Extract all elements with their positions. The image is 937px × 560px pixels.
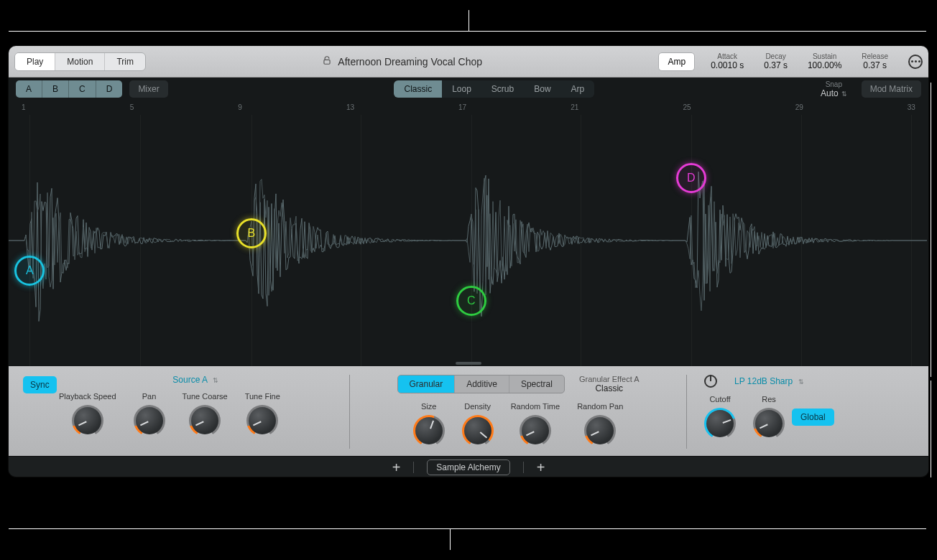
- knob-label: Res: [753, 395, 785, 403]
- knob-pan[interactable]: [134, 405, 165, 437]
- adsr-attack[interactable]: Attack 0.0010 s: [701, 52, 754, 70]
- waveform-svg: [9, 115, 928, 366]
- mode-granular[interactable]: Granular: [398, 375, 456, 393]
- preset-name: Afternoon Dreaming Vocal Chop: [338, 56, 482, 67]
- ruler-tick: 29: [795, 103, 803, 115]
- annotation-line: [9, 528, 926, 529]
- amp-button[interactable]: Amp: [658, 52, 695, 71]
- chevron-updown-icon: ⇅: [213, 377, 218, 384]
- knob-label: Tune Coarse: [183, 392, 228, 401]
- adsr-decay-label: Decay: [764, 52, 788, 60]
- synth-section: Granular Additive Spectral Granular Effe…: [367, 375, 669, 449]
- annotation-line: [931, 381, 931, 477]
- knob-label: Tune Fine: [245, 392, 280, 401]
- add-right-icon[interactable]: +: [537, 460, 545, 475]
- knob-label: Pan: [134, 392, 165, 401]
- mode-classic[interactable]: Classic: [394, 80, 442, 98]
- divider: [349, 375, 350, 449]
- source-a-button[interactable]: A: [16, 80, 42, 98]
- add-left-icon[interactable]: +: [392, 460, 401, 475]
- knob-res[interactable]: [753, 408, 785, 439]
- filter-type-selector[interactable]: LP 12dB Sharp ⇅: [734, 376, 804, 386]
- source-b-button[interactable]: B: [42, 80, 69, 98]
- adsr-release[interactable]: Release 0.37 s: [851, 52, 898, 70]
- annotation-line: [9, 31, 926, 32]
- knob-density[interactable]: [462, 415, 494, 447]
- mixer-button[interactable]: Mixer: [129, 80, 167, 98]
- mode-bow[interactable]: Bow: [524, 80, 560, 98]
- footer-bar: + Sample Alchemy +: [9, 456, 928, 477]
- knob-playback-speed[interactable]: [72, 405, 103, 437]
- ruler-tick: 1: [22, 103, 26, 115]
- knob-cutoff[interactable]: [704, 408, 736, 439]
- annotation-line: [468, 10, 469, 32]
- adsr-decay-value: 0.37 s: [764, 60, 788, 70]
- handle-b[interactable]: B: [236, 218, 267, 248]
- power-icon[interactable]: [704, 375, 717, 388]
- plugin-chip[interactable]: Sample Alchemy: [427, 459, 509, 475]
- knob-tune-coarse[interactable]: [189, 405, 221, 437]
- mode-spectral[interactable]: Spectral: [509, 375, 564, 393]
- source-d-button[interactable]: D: [96, 80, 123, 98]
- mod-matrix-button[interactable]: Mod Matrix: [862, 80, 921, 98]
- ruler-tick: 25: [683, 103, 691, 115]
- divider: [413, 462, 414, 473]
- ruler-tick: 5: [130, 103, 134, 115]
- waveform-display[interactable]: 1 5 9 13 17 21 25 29 33 A B C D: [9, 101, 928, 366]
- timeline-ruler: 1 5 9 13 17 21 25 29 33: [9, 101, 928, 115]
- global-button[interactable]: Global: [792, 409, 834, 426]
- top-bar: Play Motion Trim Afternoon Dreaming Voca…: [9, 46, 928, 78]
- chevron-updown-icon: ⇅: [841, 90, 847, 98]
- adsr-release-value: 0.37 s: [862, 60, 888, 70]
- source-selector[interactable]: Source A ⇅: [59, 375, 332, 385]
- ruler-tick: 33: [908, 103, 915, 115]
- synth-mode-seg: Granular Additive Spectral: [397, 375, 565, 393]
- knob-tune-fine[interactable]: [246, 405, 278, 437]
- sub-toolbar: A B C D Mixer Classic Loop Scrub Bow Arp…: [9, 78, 928, 101]
- filter-section: LP 12dB Sharp ⇅ Cutoff Res Global: [704, 375, 910, 449]
- lock-icon: [322, 55, 332, 67]
- adsr-decay[interactable]: Decay 0.37 s: [754, 52, 798, 70]
- snap-selector[interactable]: Snap Auto⇅: [821, 80, 847, 98]
- view-tabs: Play Motion Trim: [14, 52, 146, 71]
- mode-loop[interactable]: Loop: [442, 80, 481, 98]
- mode-scrub[interactable]: Scrub: [481, 80, 524, 98]
- snap-label: Snap: [821, 80, 847, 88]
- ruler-tick: 17: [458, 103, 466, 115]
- filter-type-label: LP 12dB Sharp: [734, 376, 793, 386]
- source-section: Sync Source A ⇅ Playback Speed Pan Tune …: [59, 375, 332, 449]
- sync-button[interactable]: Sync: [23, 376, 57, 393]
- knob-size[interactable]: [413, 415, 445, 447]
- handle-d[interactable]: D: [676, 163, 706, 193]
- plugin-window: Play Motion Trim Afternoon Dreaming Voca…: [9, 46, 928, 477]
- effect-title: Granular Effect A: [579, 375, 640, 383]
- ruler-tick: 13: [346, 103, 354, 115]
- handle-a[interactable]: A: [14, 256, 45, 286]
- tab-motion[interactable]: Motion: [55, 53, 105, 70]
- knob-label: Cutoff: [704, 395, 736, 403]
- preset-title-area[interactable]: Afternoon Dreaming Vocal Chop: [152, 55, 653, 67]
- adsr-attack-label: Attack: [711, 52, 744, 60]
- tab-trim[interactable]: Trim: [105, 53, 145, 70]
- adsr-readout: Attack 0.0010 s Decay 0.37 s Sustain 100…: [701, 52, 898, 70]
- knob-label: Size: [413, 402, 445, 411]
- more-icon[interactable]: [908, 55, 923, 69]
- ruler-tick: 21: [571, 103, 578, 115]
- annotation-line: [931, 83, 931, 377]
- chevron-updown-icon: ⇅: [798, 378, 804, 386]
- knob-random-pan[interactable]: [584, 415, 616, 447]
- divider: [686, 375, 687, 449]
- resize-handle-icon[interactable]: [456, 362, 481, 365]
- adsr-sustain-value: 100.00%: [808, 60, 841, 70]
- svg-rect-0: [324, 60, 330, 64]
- knob-label: Playback Speed: [59, 392, 116, 401]
- effect-subtitle[interactable]: Classic: [579, 383, 640, 393]
- adsr-release-label: Release: [862, 52, 888, 60]
- mode-arp[interactable]: Arp: [561, 80, 595, 98]
- adsr-sustain[interactable]: Sustain 100.00%: [798, 52, 851, 70]
- handle-c[interactable]: C: [456, 286, 486, 316]
- tab-play[interactable]: Play: [15, 53, 55, 70]
- mode-additive[interactable]: Additive: [455, 375, 509, 393]
- source-c-button[interactable]: C: [69, 80, 96, 98]
- knob-random-time[interactable]: [520, 415, 551, 447]
